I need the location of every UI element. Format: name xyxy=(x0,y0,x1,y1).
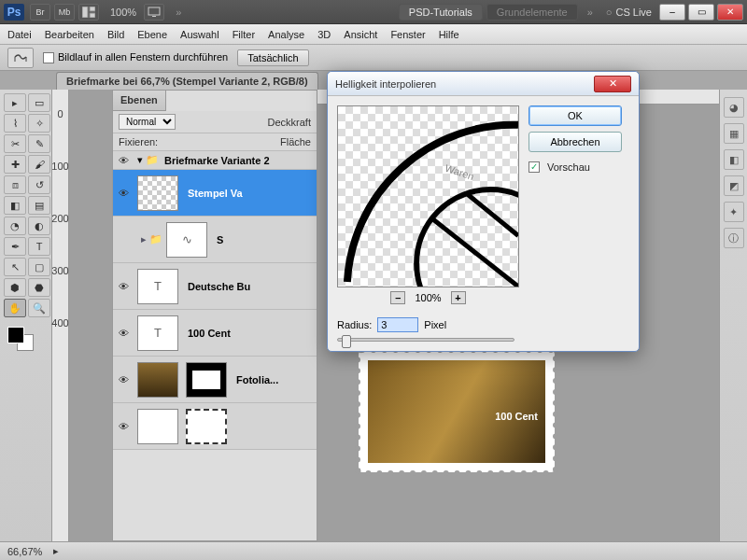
color-swatches[interactable] xyxy=(4,325,50,353)
menu-bearbeiten[interactable]: Bearbeiten xyxy=(45,29,94,40)
info-panel-icon[interactable]: ⓘ xyxy=(724,228,744,248)
move-tool-icon[interactable]: ▸ xyxy=(4,93,26,112)
dodge-tool-icon[interactable]: ◐ xyxy=(28,217,50,235)
maximize-button[interactable]: ▭ xyxy=(688,4,714,21)
bridge-button[interactable]: Br xyxy=(30,4,50,21)
layer-name: Deutsche Bu xyxy=(182,281,317,292)
path-select-icon[interactable]: ↖ xyxy=(4,258,26,276)
marquee-tool-icon[interactable]: ▭ xyxy=(28,93,50,112)
menu-datei[interactable]: Datei xyxy=(7,29,32,40)
visibility-icon[interactable]: 👁 xyxy=(113,421,134,432)
menu-ansicht[interactable]: Ansicht xyxy=(344,29,377,40)
layer-thumb[interactable]: T xyxy=(137,315,178,351)
layer-group[interactable]: 👁 ▾ 📁 Briefmarke Variante 2 xyxy=(113,151,317,170)
layer-thumb[interactable] xyxy=(137,175,178,211)
zoom-out-button[interactable]: – xyxy=(390,291,405,304)
interpolate-dialog: Helligkeit interpolieren ✕ Waren – 100% … xyxy=(327,71,640,352)
zoom-in-button[interactable]: + xyxy=(451,291,466,304)
pen-tool-icon[interactable]: ✒ xyxy=(4,237,26,256)
minibridge-button[interactable]: Mb xyxy=(54,4,75,21)
menu-3d[interactable]: 3D xyxy=(317,29,331,40)
current-tool-icon[interactable] xyxy=(7,48,34,68)
blur-tool-icon[interactable]: ◔ xyxy=(4,217,26,235)
document-tab[interactable]: Briefmarke bei 66,7% (Stempel Variante 2… xyxy=(56,72,318,90)
svg-text:Waren: Waren xyxy=(444,162,475,182)
layer-thumb[interactable]: T xyxy=(137,269,178,304)
screenmode-icon[interactable] xyxy=(144,4,164,21)
radius-input[interactable] xyxy=(377,317,418,332)
cancel-button[interactable]: Abbrechen xyxy=(529,132,622,152)
stamp-tool-icon[interactable]: ⧈ xyxy=(4,175,26,194)
menu-fenster[interactable]: Fenster xyxy=(390,29,425,40)
layer-row[interactable]: 👁 T Deutsche Bu xyxy=(113,263,317,310)
layer-row[interactable]: 👁 Fotolia... xyxy=(113,357,317,403)
3d-tool-icon[interactable]: ⬢ xyxy=(4,278,26,297)
opacity-label: Deckkraft xyxy=(268,117,311,128)
arrange-documents-icon[interactable] xyxy=(78,4,99,21)
app-zoom-display[interactable]: 100% xyxy=(110,7,136,18)
menu-ebene[interactable]: Ebene xyxy=(137,29,167,40)
layer-name: S xyxy=(211,234,317,245)
3d-camera-icon[interactable]: ⬣ xyxy=(28,278,50,297)
visibility-icon[interactable]: 👁 xyxy=(113,281,134,292)
blend-mode-select[interactable]: Normal xyxy=(119,114,176,130)
scroll-all-windows-checkbox[interactable]: Bildlauf in allen Fenstern durchführen xyxy=(43,51,228,63)
hand-tool-icon[interactable]: ✋ xyxy=(4,299,26,317)
preview-checkbox[interactable]: Vorschau xyxy=(529,161,622,173)
layer-thumb[interactable]: ∿ xyxy=(166,222,207,258)
dialog-title: Helligkeit interpolieren xyxy=(335,78,436,90)
foreground-color-swatch[interactable] xyxy=(7,327,24,343)
wand-tool-icon[interactable]: ✧ xyxy=(28,114,50,133)
ok-button[interactable]: OK xyxy=(529,105,622,126)
workspace-tab-tutorials[interactable]: PSD-Tutorials xyxy=(399,4,483,21)
menu-filter[interactable]: Filter xyxy=(233,29,255,40)
check-icon xyxy=(529,161,540,173)
dialog-titlebar[interactable]: Helligkeit interpolieren ✕ xyxy=(328,72,639,96)
visibility-icon[interactable]: 👁 xyxy=(113,188,134,199)
menu-auswahl[interactable]: Auswahl xyxy=(180,29,219,40)
close-button[interactable]: ✕ xyxy=(717,4,743,21)
heal-tool-icon[interactable]: ✚ xyxy=(4,155,26,174)
minimize-button[interactable]: – xyxy=(659,4,685,21)
dialog-close-button[interactable]: ✕ xyxy=(594,76,631,92)
eyedropper-tool-icon[interactable]: ✎ xyxy=(28,134,50,153)
adjustments-panel-icon[interactable]: ◧ xyxy=(724,149,744,170)
type-tool-icon[interactable]: T xyxy=(28,237,50,256)
menu-analyse[interactable]: Analyse xyxy=(268,29,304,40)
crop-tool-icon[interactable]: ✂ xyxy=(4,134,26,153)
cs-live-button[interactable]: CS Live xyxy=(606,7,652,18)
swatches-panel-icon[interactable]: ▦ xyxy=(724,123,744,144)
status-zoom[interactable]: 66,67% xyxy=(7,546,42,557)
status-info-icon[interactable]: ▸ xyxy=(53,545,59,557)
menu-bild[interactable]: Bild xyxy=(107,29,124,40)
visibility-icon[interactable]: 👁 xyxy=(113,374,134,385)
color-panel-icon[interactable]: ◕ xyxy=(724,97,744,118)
workspace-tab-grundelemente[interactable]: Grundelemente xyxy=(486,4,578,21)
menu-hilfe[interactable]: Hilfe xyxy=(439,29,459,40)
zoom-tool-icon[interactable]: 🔍 xyxy=(28,299,50,317)
layers-tab[interactable]: Ebenen xyxy=(113,91,166,111)
layer-name: Stempel Va xyxy=(182,188,317,199)
visibility-icon[interactable]: 👁 xyxy=(113,155,134,166)
layer-mask-thumb[interactable] xyxy=(186,362,227,398)
styles-panel-icon[interactable]: ✦ xyxy=(724,202,744,222)
masks-panel-icon[interactable]: ◩ xyxy=(724,175,744,196)
gradient-tool-icon[interactable]: ▤ xyxy=(28,196,50,215)
stamp-text: 100 Cent xyxy=(495,411,538,422)
eraser-tool-icon[interactable]: ◧ xyxy=(4,196,26,215)
layer-thumb[interactable] xyxy=(137,409,178,444)
actual-pixels-button[interactable]: Tatsächlich xyxy=(237,49,308,66)
brush-tool-icon[interactable]: 🖌 xyxy=(28,155,50,174)
layer-thumb[interactable] xyxy=(137,362,178,398)
layer-row[interactable]: 👁 xyxy=(113,403,317,450)
shape-tool-icon[interactable]: ▢ xyxy=(28,258,50,276)
filter-preview[interactable]: Waren xyxy=(337,105,519,287)
layer-row[interactable]: 👁 Stempel Va xyxy=(113,170,317,217)
layer-mask-thumb[interactable] xyxy=(186,409,227,444)
lasso-tool-icon[interactable]: ⌇ xyxy=(4,114,26,133)
layer-row[interactable]: ▸ 📁 ∿ S xyxy=(113,217,317,263)
layer-row[interactable]: 👁 T 100 Cent xyxy=(113,310,317,357)
visibility-icon[interactable]: 👁 xyxy=(113,328,134,339)
radius-slider[interactable] xyxy=(337,338,514,342)
history-brush-icon[interactable]: ↺ xyxy=(28,175,50,194)
